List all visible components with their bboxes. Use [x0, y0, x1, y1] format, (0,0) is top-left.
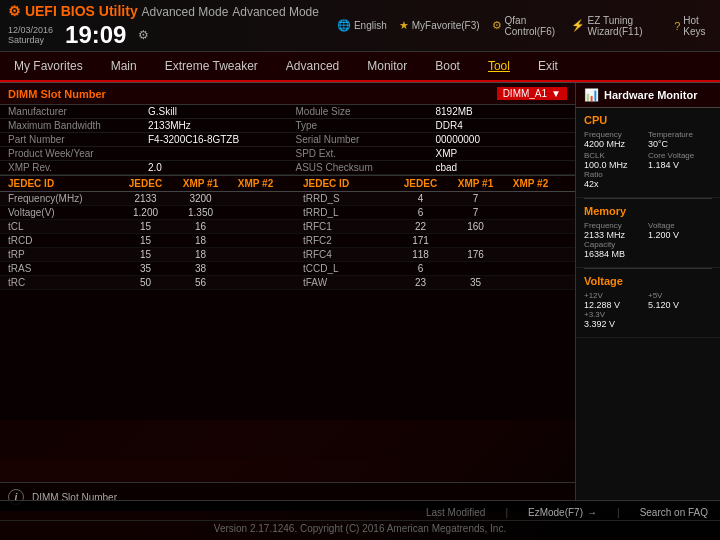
voltage-section-title: Voltage — [584, 275, 712, 287]
timing-param-xmp2 — [503, 235, 558, 246]
mem-freq-label: Frequency — [584, 221, 648, 230]
part-number-value: F4-3200C16-8GTZB — [148, 134, 239, 145]
timing-param-xmp1 — [448, 235, 503, 246]
timing-jedec: 15 — [118, 235, 173, 246]
timing-xmp1: 38 — [173, 263, 228, 274]
cpu-section-title: CPU — [584, 114, 712, 126]
top-icon-ez-tuning[interactable]: ⚡ EZ Tuning Wizard(F11) — [571, 15, 663, 37]
v5-value: 5.120 V — [648, 300, 712, 310]
cpu-bclk: BCLK 100.0 MHz — [584, 151, 648, 170]
part-number-label: Part Number — [8, 134, 148, 145]
timing-row: tRAS 35 38 tCCD_L 6 — [0, 262, 575, 276]
timing-jedec: 15 — [118, 221, 173, 232]
qfan-label: Qfan Control(F6) — [505, 15, 559, 37]
time-display: 19:09 — [65, 21, 126, 49]
timing-header: JEDEC ID JEDEC XMP #1 XMP #2 JEDEC ID JE… — [0, 176, 575, 192]
serial-value: 00000000 — [436, 134, 481, 145]
nav-advanced[interactable]: Advanced — [272, 52, 353, 80]
info-row-spd: SPD Ext. XMP — [288, 147, 576, 161]
timing-row: Frequency(MHz) 2133 3200 tRRD_S 4 7 — [0, 192, 575, 206]
timing-param-jedec: 23 — [393, 277, 448, 288]
cpu-ratio-row: Ratio 42x — [584, 170, 712, 189]
search-faq-label: Search on FAQ — [640, 507, 708, 518]
timing-xmp2 — [228, 263, 283, 274]
timing-param-xmp2 — [503, 207, 558, 218]
info-row-product-week: Product Week/Year — [0, 147, 288, 161]
timing-jedec: 50 — [118, 277, 173, 288]
timing-param-jedec: 171 — [393, 235, 448, 246]
timing-row: tRCD 15 18 tRFC2 171 — [0, 234, 575, 248]
info-row-max-bw: Maximum Bandwidth 2133MHz — [0, 119, 288, 133]
search-faq-button[interactable]: Search on FAQ — [640, 507, 708, 518]
product-week-label: Product Week/Year — [8, 148, 148, 159]
timing-param: tCCD_L — [303, 263, 393, 274]
cpu-ratio: Ratio 42x — [584, 170, 712, 189]
spd-value: XMP — [436, 148, 458, 159]
status-bottom: Version 2.17.1246. Copyright (C) 2016 Am… — [0, 521, 720, 536]
timing-section: JEDEC ID JEDEC XMP #1 XMP #2 JEDEC ID JE… — [0, 176, 575, 482]
top-icon-qfan[interactable]: ⚙ Qfan Control(F6) — [492, 15, 559, 37]
top-icon-hotkeys[interactable]: ? Hot Keys — [674, 15, 712, 37]
cpu-core-volt-value: 1.184 V — [648, 160, 712, 170]
timing-rows: Frequency(MHz) 2133 3200 tRRD_S 4 7 Volt… — [0, 192, 575, 290]
hw-monitor-title-text: Hardware Monitor — [604, 89, 698, 101]
v12-v5-row: +12V 12.288 V +5V 5.120 V — [584, 291, 712, 310]
nav-tool[interactable]: Tool — [474, 52, 524, 80]
nav-my-favorites[interactable]: My Favorites — [0, 52, 97, 80]
mem-volt-value: 1.200 V — [648, 230, 712, 240]
nav-boot[interactable]: Boot — [421, 52, 474, 80]
timing-name: tRAS — [8, 263, 118, 274]
timing-jedec: 2133 — [118, 193, 173, 204]
datetime: 12/03/2016 Saturday — [8, 25, 53, 45]
cpu-freq-row: Frequency 4200 MHz Temperature 30°C — [584, 130, 712, 149]
mem-volt: Voltage 1.200 V — [648, 221, 712, 240]
cpu-section: CPU Frequency 4200 MHz Temperature 30°C … — [576, 108, 720, 198]
gear-icon[interactable]: ⚙ — [138, 28, 149, 42]
nav-exit[interactable]: Exit — [524, 52, 572, 80]
v5-label: +5V — [648, 291, 712, 300]
type-value: DDR4 — [436, 120, 463, 131]
cpu-freq-value: 4200 MHz — [584, 139, 648, 149]
timing-jedec: 15 — [118, 249, 173, 260]
nav-main[interactable]: Main — [97, 52, 151, 80]
top-icon-favorites[interactable]: ★ MyFavorite(F3) — [399, 19, 480, 32]
favorites-label: MyFavorite(F3) — [412, 20, 480, 31]
main-layout: DIMM Slot Number DIMM_A1 ▼ Manufacturer … — [0, 83, 720, 511]
mem-cap-value: 16384 MB — [584, 249, 712, 259]
top-icon-language[interactable]: 🌐 English — [337, 19, 387, 32]
dimm-slot-select[interactable]: DIMM_A1 ▼ — [497, 87, 567, 100]
cpu-temp: Temperature 30°C — [648, 130, 712, 149]
timing-param-xmp2 — [503, 193, 558, 204]
top-bar: ⚙ UEFI BIOS Utility Advanced Mode Advanc… — [0, 0, 720, 52]
date: 12/03/2016 — [8, 25, 53, 35]
separator2: | — [617, 507, 620, 518]
qfan-icon: ⚙ — [492, 19, 502, 32]
timing-xmp1: 1.350 — [173, 207, 228, 218]
timing-param-jedec: 6 — [393, 263, 448, 274]
cpu-core-volt: Core Voltage 1.184 V — [648, 151, 712, 170]
timing-param-jedec: 118 — [393, 249, 448, 260]
max-bw-label: Maximum Bandwidth — [8, 120, 148, 131]
xmp-rev-label: XMP Rev. — [8, 162, 148, 173]
timing-xmp1: 16 — [173, 221, 228, 232]
monitor-icon: 📊 — [584, 88, 599, 102]
th-xmp1: XMP #1 — [173, 178, 228, 189]
info-row-part-number: Part Number F4-3200C16-8GTZB — [0, 133, 288, 147]
timing-param-xmp1: 7 — [448, 207, 503, 218]
timing-name: tRC — [8, 277, 118, 288]
nav-extreme-tweaker[interactable]: Extreme Tweaker — [151, 52, 272, 80]
timing-name: Frequency(MHz) — [8, 193, 118, 204]
nav-monitor[interactable]: Monitor — [353, 52, 421, 80]
max-bw-value: 2133MHz — [148, 120, 191, 131]
timing-param-xmp1 — [448, 263, 503, 274]
timing-name: tRP — [8, 249, 118, 260]
checksum-label: ASUS Checksum — [296, 162, 436, 173]
cpu-temp-label: Temperature — [648, 130, 712, 139]
ez-mode-button[interactable]: EzMode(F7) → — [528, 507, 597, 518]
timing-param-xmp1: 7 — [448, 193, 503, 204]
copyright-label: Version 2.17.1246. Copyright (C) 2016 Am… — [214, 523, 506, 534]
nav-bar: My Favorites Main Extreme Tweaker Advanc… — [0, 52, 720, 82]
hw-monitor-title: 📊 Hardware Monitor — [576, 83, 720, 108]
timing-param: tRFC4 — [303, 249, 393, 260]
timing-jedec: 35 — [118, 263, 173, 274]
